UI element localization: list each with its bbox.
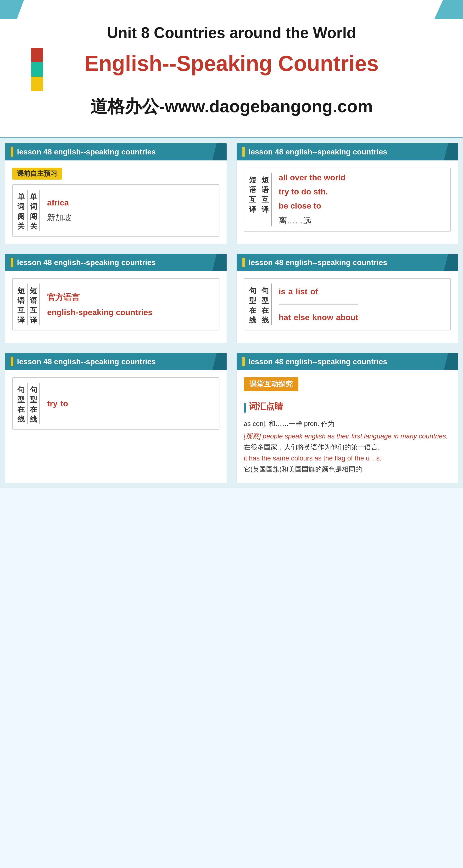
lesson-card-1: lesson 48 english--speaking countries 课前… bbox=[5, 143, 227, 244]
lesson-body-6: 课堂互动探究 词汇点睛 as conj. 和……一样 pron. 作为 [观察]… bbox=[237, 370, 458, 483]
sentence-row-4-1: hat else know about bbox=[279, 313, 358, 322]
label-col-inner-1: 单 词 闯 关 bbox=[30, 190, 40, 231]
sentence-word-4-1-0: hat bbox=[279, 313, 291, 322]
lesson-body-1: 课前自主预习 单 词 阅 关 单 词 闯 关 bbox=[5, 160, 227, 244]
lesson-card-5: lesson 48 english--speaking countries 句 … bbox=[5, 353, 227, 483]
sentence-row-4-0: is a list of bbox=[279, 287, 358, 296]
content-item-2-0: all over the world bbox=[279, 173, 446, 182]
unit-title: Unit 8 Countries around the World bbox=[9, 24, 454, 42]
lesson-body-2: 短 语 互 译 短 语 互 译 all over the world try t… bbox=[237, 160, 458, 239]
sentence-word-4-0-1: a bbox=[288, 287, 293, 296]
content-item-3-1: english-speaking countries bbox=[47, 308, 214, 317]
sentence-word-5-0-1: to bbox=[60, 399, 68, 408]
sentences-content-5: try to bbox=[47, 383, 68, 424]
lesson-header-6: lesson 48 english--speaking countries bbox=[237, 353, 458, 370]
vocab-example-3: 它(英国国旗)和美国国旗的颜色是相同的。 bbox=[244, 465, 451, 474]
top-decoration-left bbox=[0, 0, 24, 19]
lesson-body-5: 句 型 在 线 句 型 在 线 try to bbox=[5, 370, 227, 442]
lesson-label-2: lesson 48 english--speaking countries bbox=[249, 148, 387, 156]
sentence-word-5-0-0: try bbox=[47, 399, 58, 408]
lessons-grid: lesson 48 english--speaking countries 课前… bbox=[0, 138, 463, 488]
color-block-yellow bbox=[31, 76, 43, 91]
lesson-card-3: lesson 48 english--speaking countries 短 … bbox=[5, 254, 227, 343]
sentence-word-4-1-2: know bbox=[312, 313, 333, 322]
lesson-label-6: lesson 48 english--speaking countries bbox=[249, 357, 387, 366]
lesson-label-4: lesson 48 english--speaking countries bbox=[249, 258, 387, 267]
vocab-example-0: [观察] people speak english as their first… bbox=[244, 432, 451, 441]
content-items-2: all over the world try to do sth. be clo… bbox=[279, 173, 446, 226]
content-box-4: 句 型 在 线 句 型 在 线 is a bbox=[244, 278, 451, 331]
content-items-3: 官方语言 english-speaking countries bbox=[47, 283, 214, 325]
lesson-header-bar-4 bbox=[242, 258, 245, 267]
label-col-outer-4: 句 型 在 线 bbox=[249, 283, 259, 325]
vocab-example-2: it has the same colours as the flag of t… bbox=[244, 454, 451, 463]
sentence-word-4-0-3: of bbox=[310, 287, 318, 296]
label-col-inner-2: 短 语 互 译 bbox=[262, 173, 272, 226]
lesson-card-4: lesson 48 english--speaking countries 句 … bbox=[236, 254, 458, 343]
content-item-1-0: africa bbox=[47, 198, 214, 207]
lesson-header-bar-2 bbox=[242, 147, 245, 157]
lesson-label-5: lesson 48 english--speaking countries bbox=[17, 357, 156, 366]
content-box-3: 短 语 互 译 短 语 互 译 官方语言 english-speaking co… bbox=[12, 278, 220, 331]
sentence-word-4-0-2: list bbox=[296, 287, 307, 296]
content-item-2-3: 离……远 bbox=[279, 215, 446, 226]
divider-4 bbox=[279, 304, 358, 305]
lesson-header-5: lesson 48 english--speaking countries bbox=[5, 353, 227, 370]
lesson-header-bar-3 bbox=[11, 258, 13, 267]
content-item-2-2: be close to bbox=[279, 201, 446, 211]
top-section: Unit 8 Countries around the World Englis… bbox=[0, 0, 463, 138]
lesson-header-bar bbox=[11, 147, 13, 157]
label-col-outer-2: 短 语 互 译 bbox=[249, 173, 259, 226]
label-col-outer-1: 单 词 阅 关 bbox=[18, 190, 28, 231]
vocab-bar bbox=[244, 403, 246, 412]
label-col-outer-3: 短 语 互 译 bbox=[18, 283, 28, 325]
lesson-card-6: lesson 48 english--speaking countries 课堂… bbox=[236, 353, 458, 483]
content-item-1-1: 新加坡 bbox=[47, 212, 214, 223]
lesson-header-bar-5 bbox=[11, 357, 13, 366]
lesson-header-2: lesson 48 english--speaking countries bbox=[237, 143, 458, 160]
label-col-inner-3: 短 语 互 译 bbox=[30, 283, 40, 325]
top-decoration-right bbox=[434, 0, 463, 19]
color-blocks bbox=[31, 48, 43, 91]
section-badge-1: 课前自主预习 bbox=[12, 167, 62, 180]
lesson-header-3: lesson 48 english--speaking countries bbox=[5, 254, 227, 271]
label-col-outer-5: 句 型 在 线 bbox=[18, 383, 28, 424]
content-box-2: 短 语 互 译 短 语 互 译 all over the world try t… bbox=[244, 167, 451, 231]
vocab-def: as conj. 和……一样 pron. 作为 bbox=[244, 418, 451, 429]
vocab-section-6: 词汇点睛 as conj. 和……一样 pron. 作为 [观察] people… bbox=[244, 401, 451, 474]
lesson-label-3: lesson 48 english--speaking countries bbox=[17, 258, 156, 267]
content-items-1: africa 新加坡 bbox=[47, 190, 214, 231]
vocab-title: 词汇点睛 bbox=[249, 401, 283, 412]
subtitle: English--Speaking Countries bbox=[9, 51, 454, 76]
content-item-3-0: 官方语言 bbox=[47, 292, 214, 303]
content-box-5: 句 型 在 线 句 型 在 线 try to bbox=[12, 377, 220, 430]
lesson-card-2: lesson 48 english--speaking countries 短 … bbox=[236, 143, 458, 244]
lesson-body-3: 短 语 互 译 短 语 互 译 官方语言 english-speaking co… bbox=[5, 271, 227, 343]
website: 道格办公-www.daogebangong.com bbox=[9, 95, 454, 118]
label-col-inner-4: 句 型 在 线 bbox=[262, 283, 272, 325]
sentence-word-4-1-3: about bbox=[336, 313, 358, 322]
sentence-word-4-0-0: is bbox=[279, 287, 286, 296]
sentence-row-5-0: try to bbox=[47, 399, 68, 408]
sentence-word-4-1-1: else bbox=[294, 313, 310, 322]
color-block-teal bbox=[31, 62, 43, 76]
lesson-label-1: lesson 48 english--speaking countries bbox=[17, 148, 156, 156]
vocab-example-1: 在很多国家，人们将英语作为他们的第一语言。 bbox=[244, 443, 451, 452]
lesson-body-4: 句 型 在 线 句 型 在 线 is a bbox=[237, 271, 458, 343]
color-block-red bbox=[31, 48, 43, 62]
sentences-content-4: is a list of hat else know about bbox=[279, 283, 358, 325]
label-col-inner-5: 句 型 在 线 bbox=[30, 383, 40, 424]
content-box-1: 单 词 阅 关 单 词 闯 关 africa 新加坡 bbox=[12, 184, 220, 237]
section-badge-6: 课堂互动探究 bbox=[244, 377, 298, 391]
lesson-header-1: lesson 48 english--speaking countries bbox=[5, 143, 227, 160]
lesson-header-bar-6 bbox=[242, 357, 245, 366]
lesson-header-4: lesson 48 english--speaking countries bbox=[237, 254, 458, 271]
content-item-2-1: try to do sth. bbox=[279, 187, 446, 196]
